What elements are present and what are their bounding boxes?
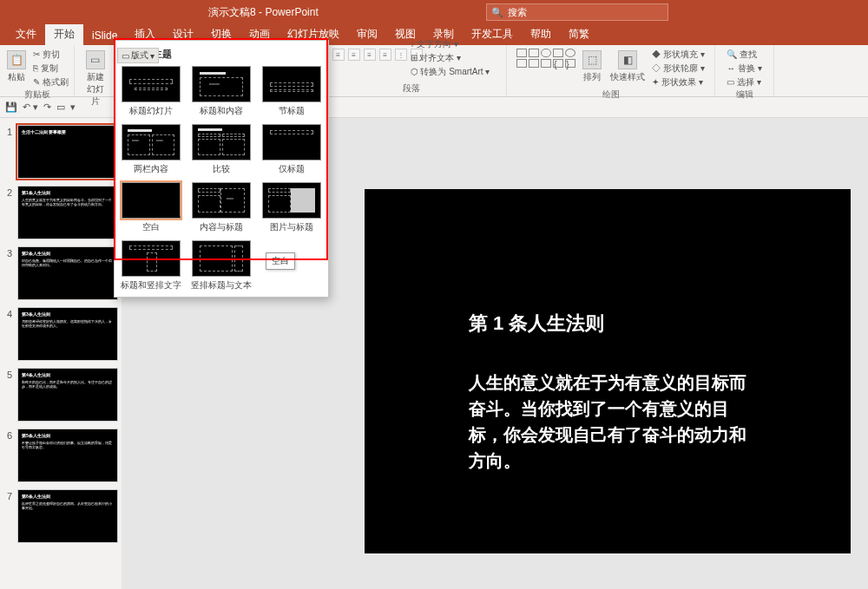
drawing-group-label: 绘图	[602, 88, 620, 101]
layout-option[interactable]: ▭▭▭标题和内容	[190, 66, 253, 117]
copy-button[interactable]: ⎘ 复制	[33, 62, 69, 75]
layout-option-label: 标题和内容	[200, 105, 243, 117]
tab-简繁[interactable]: 简繁	[560, 23, 598, 45]
chevron-down-icon: ▾	[150, 51, 155, 61]
app-name: PowerPoint	[265, 6, 318, 18]
shape-fill[interactable]: ◆ 形状填充 ▾	[652, 49, 705, 61]
slide-thumbnails-panel[interactable]: 1生活十二法则 要事概要2第1条人生法则人生的意义就在于为有意义的目标而奋斗。当…	[0, 118, 122, 589]
replace-button[interactable]: ↔ 替换 ▾	[727, 62, 762, 75]
slide-thumbnail[interactable]: 第3条人生法则与那些希望你变好的人做朋友。远离那些拖你下水的人，靠近那些支持你成…	[17, 307, 118, 361]
slide-thumbnail[interactable]: 第5条人生法则不要让孩子做出令你讨厌他们的事。设立清晰的界限，用爱引导而非纵容。	[17, 429, 118, 482]
layout-option-label: 标题幻灯片	[129, 105, 173, 117]
align-text[interactable]: ⊞ 对齐文本 ▾	[411, 52, 490, 64]
tab-开始[interactable]: 开始	[45, 23, 83, 45]
layout-option[interactable]: 仅标题	[260, 124, 323, 175]
paragraph-group-label: 段落	[403, 82, 420, 95]
undo-icon[interactable]: ↶ ▾	[23, 101, 38, 113]
thumb-number: 4	[3, 307, 16, 319]
more-qat-icon[interactable]: ▾	[70, 101, 76, 113]
clipboard-icon: 📋	[7, 50, 26, 69]
convert-smartart[interactable]: ⬡ 转换为 SmartArt ▾	[411, 66, 490, 78]
search-placeholder: 搜索	[508, 6, 527, 19]
shape-outline[interactable]: ◇ 形状轮廓 ▾	[652, 62, 705, 75]
layout-option[interactable]: ▭▭内容与标题	[190, 182, 253, 233]
search-box[interactable]: 🔍 搜索	[486, 3, 668, 21]
layout-option-label: 内容与标题	[200, 221, 243, 233]
quick-styles-button[interactable]: ◧快速样式	[608, 49, 647, 85]
arrange-button[interactable]: ⬚排列	[581, 49, 603, 85]
thumb-number: 2	[3, 186, 16, 198]
layout-option[interactable]: 标题和竖排文字	[120, 240, 183, 291]
slide-body: 人生的意义就在于为有意义的目标而奋斗。当你找到了一个有意义的目标，你会发现自己有…	[469, 370, 746, 474]
new-slide-icon: ▭	[86, 50, 105, 69]
tab-帮助[interactable]: 帮助	[522, 23, 560, 45]
thumb-number: 5	[3, 368, 16, 380]
cut-button[interactable]: ✂ 剪切	[33, 49, 69, 61]
slide-thumbnail[interactable]: 第2条人生法则对自己负责。像照顾他人一样照顾自己。把自己当作一个值得帮助的人来对…	[17, 246, 118, 300]
layout-option-label: 竖排标题与文本	[191, 279, 252, 291]
slide-thumbnail[interactable]: 生活十二法则 要事概要	[17, 125, 118, 179]
layout-icon: ▭	[122, 51, 129, 61]
layout-option[interactable]: 标题幻灯片	[120, 66, 183, 117]
layout-option-label: 仅标题	[279, 163, 305, 175]
cursor-icon: ↖	[174, 210, 181, 219]
slide-thumbnail[interactable]: 第1条人生法则人生的意义就在于为有意义的目标而奋斗。当你找到了一个有意义的目标，…	[17, 186, 118, 239]
layout-button[interactable]: ▭ 版式 ▾	[117, 48, 159, 63]
layout-option-label: 比较	[213, 163, 230, 175]
layout-option[interactable]: 节标题	[260, 66, 323, 117]
text-direction[interactable]: ↕ 文字方向 ▾	[411, 38, 490, 50]
layout-option-label: 节标题	[279, 105, 305, 117]
layout-dropdown[interactable]: Office 主题 标题幻灯片▭▭▭标题和内容节标题▭▭▭▭两栏内容比较仅标题↖…	[114, 40, 329, 298]
save-icon[interactable]: 💾	[5, 101, 17, 113]
thumb-number: 1	[3, 125, 16, 137]
select-button[interactable]: ▭ 选择 ▾	[727, 76, 762, 88]
doc-title: 演示文稿8	[208, 6, 256, 18]
editing-group-label: 编辑	[736, 88, 753, 101]
paste-button[interactable]: 📋 粘贴	[5, 49, 28, 85]
find-button[interactable]: 🔍 查找	[727, 49, 762, 61]
format-painter-button[interactable]: ✎ 格式刷	[33, 76, 69, 88]
current-slide[interactable]: 第 1 条人生法则 人生的意义就在于为有意义的目标而奋斗。当你找到了一个有意义的…	[365, 189, 851, 553]
thumb-number: 7	[3, 489, 16, 501]
slide-thumbnail[interactable]: 第6条人生法则批评世界之前先整理好自己的房间。从改变自己能掌控的小事开始。	[17, 489, 118, 543]
layout-tooltip: 空白	[266, 252, 295, 270]
thumb-number: 3	[3, 246, 16, 259]
layout-option-label: 标题和竖排文字	[121, 279, 181, 291]
layout-option-label: 两栏内容	[134, 163, 168, 175]
thumb-number: 6	[3, 429, 16, 441]
search-icon: 🔍	[491, 7, 503, 18]
tab-文件[interactable]: 文件	[7, 23, 45, 45]
new-slide-button[interactable]: ▭ 新建 幻灯片	[82, 49, 108, 109]
layout-option[interactable]: 图片与标题	[260, 182, 323, 233]
slide-thumbnail[interactable]: 第4条人生法则和昨天的自己比，而不是和今天的别人比。专注于自己的进步，而不是他人…	[17, 368, 118, 422]
layout-option-label: 图片与标题	[270, 221, 313, 233]
tab-审阅[interactable]: 审阅	[348, 23, 386, 45]
layout-option-label: 空白	[142, 221, 160, 233]
layout-option[interactable]: ▭▭▭▭两栏内容	[120, 124, 183, 175]
layout-option[interactable]: 竖排标题与文本	[190, 240, 253, 291]
title-bar: 演示文稿8 - PowerPoint 🔍 搜索	[0, 0, 868, 24]
layout-option[interactable]: 比较	[190, 124, 253, 175]
slideshow-icon[interactable]: ▭	[56, 101, 65, 113]
shape-effects[interactable]: ✦ 形状效果 ▾	[652, 76, 705, 88]
redo-icon[interactable]: ↷	[43, 101, 51, 113]
slide-title: 第 1 条人生法则	[469, 311, 746, 337]
layout-option[interactable]: ↖空白	[120, 182, 183, 233]
clipboard-group-label: 剪贴板	[24, 88, 50, 101]
